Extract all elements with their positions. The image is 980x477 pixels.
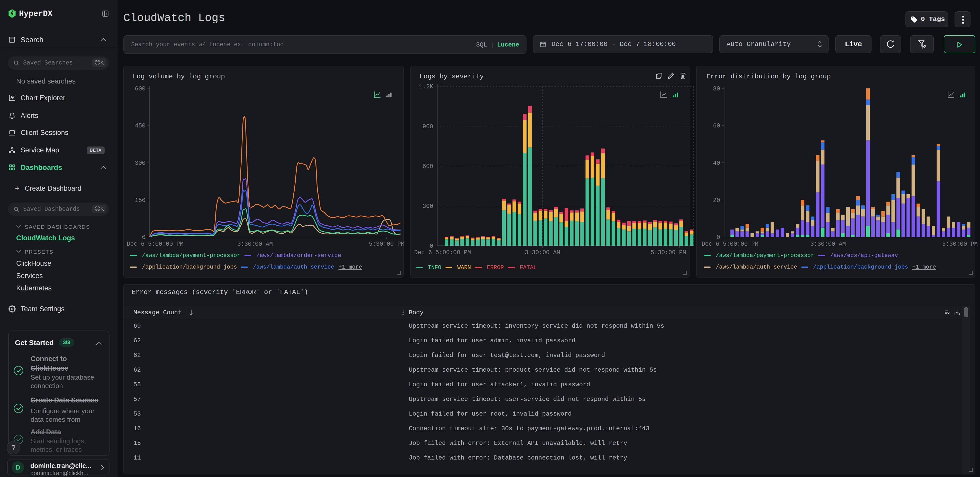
svg-text:1.2K: 1.2K: [419, 84, 433, 90]
svg-text:Dec 6 5:00:00 PM: Dec 6 5:00:00 PM: [127, 241, 183, 248]
svg-text:600: 600: [423, 163, 433, 170]
svg-text:3:30:00 AM: 3:30:00 AM: [810, 241, 846, 248]
svg-text:Dec 6 5:00:00 PM: Dec 6 5:00:00 PM: [702, 241, 758, 248]
svg-text:20: 20: [713, 197, 720, 204]
svg-text:0: 0: [716, 234, 720, 241]
svg-text:600: 600: [135, 86, 145, 92]
svg-text:900: 900: [423, 123, 433, 130]
svg-text:3:30:00 AM: 3:30:00 AM: [525, 249, 560, 256]
svg-text:450: 450: [135, 122, 145, 129]
svg-text:300: 300: [423, 203, 433, 210]
svg-text:0: 0: [430, 243, 433, 250]
svg-text:150: 150: [135, 197, 145, 204]
svg-text:3:30:00 AM: 3:30:00 AM: [237, 241, 273, 248]
svg-text:0: 0: [142, 234, 145, 241]
svg-text:5:30:00 PM: 5:30:00 PM: [942, 241, 978, 248]
svg-text:5:30:00 PM: 5:30:00 PM: [369, 241, 404, 248]
svg-text:5:30:00 PM: 5:30:00 PM: [651, 249, 686, 256]
svg-text:80: 80: [713, 86, 720, 92]
svg-text:300: 300: [135, 160, 145, 167]
svg-text:60: 60: [713, 122, 720, 129]
svg-text:Dec 6 5:00:00 PM: Dec 6 5:00:00 PM: [414, 249, 471, 256]
svg-text:40: 40: [713, 160, 720, 167]
